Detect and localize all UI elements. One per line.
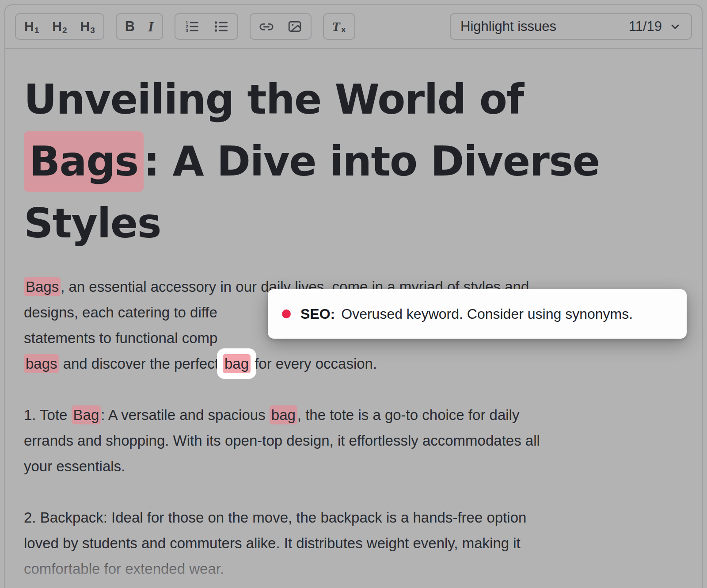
link-icon — [259, 19, 274, 34]
italic-button[interactable]: I — [141, 14, 160, 39]
text-segment: loved by students and commuters alike. I… — [24, 535, 521, 551]
clear-formatting-button[interactable]: Tx — [326, 14, 353, 39]
bullet-list-icon — [213, 19, 229, 34]
text-segment: Styles — [24, 200, 161, 247]
editor-frame: H1 H2 H3 B I 1 2 — [4, 4, 703, 588]
h3-sub-label: 3 — [90, 26, 95, 35]
text-segment: errands and shopping. With its open-top … — [24, 432, 540, 449]
tooltip-message: Overused keyword. Consider using synonym… — [341, 306, 633, 322]
text-segment: 2. Backpack: Ideal for those on the move… — [24, 509, 526, 526]
active-keyword-highlight[interactable]: bag — [223, 354, 251, 374]
ordered-list-icon: 1 2 3 — [184, 19, 200, 34]
text-segment: designs, each catering to diffe — [24, 304, 217, 321]
clear-formatting-sub-label: x — [341, 25, 346, 34]
text-segment: : A versatile and spacious — [101, 407, 270, 423]
text-segment: and discover the perfect — [59, 355, 223, 372]
text-segment: Unveiling the World of — [24, 76, 524, 123]
keyword-highlight[interactable]: Bags — [24, 131, 144, 191]
text-segment: your essentials. — [24, 458, 125, 474]
text-line: Bags: A Dive into Diverse — [24, 131, 683, 193]
svg-text:3: 3 — [185, 28, 188, 33]
text-line: errands and shopping. With its open-top … — [24, 428, 683, 454]
document-title[interactable]: Unveiling the World ofBags: A Dive into … — [24, 69, 683, 255]
h3-button[interactable]: H3 — [74, 14, 102, 39]
link-button[interactable] — [252, 14, 281, 39]
highlight-issues-dropdown[interactable]: Highlight issues 11/19 — [450, 13, 692, 40]
text-segment: 1. Tote — [24, 407, 72, 423]
highlight-issues-label: Highlight issues — [460, 19, 556, 34]
keyword-highlight[interactable]: Bag — [72, 405, 101, 425]
chevron-down-icon — [669, 20, 681, 33]
h1-sub-label: 1 — [34, 26, 39, 35]
text-segment: statements to functional comp — [24, 330, 217, 346]
h2-label: H — [52, 19, 62, 34]
text-segment: : A Dive into Diverse — [144, 138, 600, 185]
text-segment: for every occasion. — [251, 355, 377, 372]
keyword-highlight[interactable]: bag — [270, 405, 297, 425]
clear-formatting-group: Tx — [323, 13, 355, 40]
seo-issue-tooltip: SEO: Overused keyword. Consider using sy… — [268, 289, 687, 339]
text-line: comfortable for extended wear. — [24, 556, 683, 582]
text-line: 1. Tote Bag: A versatile and spacious ba… — [24, 402, 683, 428]
keyword-highlight[interactable]: bags — [24, 354, 59, 374]
italic-label: I — [148, 19, 153, 35]
h2-sub-label: 2 — [62, 26, 67, 35]
image-icon — [287, 19, 302, 34]
list-item-1[interactable]: 1. Tote Bag: A versatile and spacious ba… — [24, 402, 683, 479]
editor-toolbar: H1 H2 H3 B I 1 2 — [5, 5, 702, 49]
h1-button[interactable]: H1 — [18, 14, 46, 39]
text-line: 2. Backpack: Ideal for those on the move… — [24, 505, 683, 531]
image-button[interactable] — [281, 14, 309, 39]
text-segment: , the tote is a go-to choice for daily — [297, 407, 520, 423]
ordered-list-button[interactable]: 1 2 3 — [177, 14, 206, 39]
bullet-list-button[interactable] — [206, 14, 236, 39]
text-segment: comfortable for extended wear. — [24, 561, 224, 577]
text-style-buttons-group: B I — [116, 13, 163, 40]
bold-button[interactable]: B — [118, 14, 141, 39]
text-line: Unveiling the World of — [24, 69, 683, 131]
list-item-2[interactable]: 2. Backpack: Ideal for those on the move… — [24, 505, 683, 582]
h3-label: H — [80, 19, 90, 34]
issue-dot-icon — [282, 309, 291, 318]
editor-content[interactable]: Unveiling the World ofBags: A Dive into … — [5, 49, 702, 588]
list-buttons-group: 1 2 3 — [175, 13, 238, 40]
text-line: bags and discover the perfect bag for ev… — [24, 351, 683, 377]
text-line: loved by students and commuters alike. I… — [24, 531, 683, 556]
bold-label: B — [125, 19, 135, 34]
heading-buttons-group: H1 H2 H3 — [15, 13, 104, 40]
text-line: Styles — [24, 193, 683, 255]
h2-button[interactable]: H2 — [46, 14, 73, 39]
h1-label: H — [24, 19, 34, 34]
tooltip-category-label: SEO: — [300, 306, 335, 322]
issues-count-badge: 11/19 — [629, 19, 662, 34]
keyword-highlight[interactable]: Bags — [24, 277, 61, 297]
insert-buttons-group — [250, 13, 312, 40]
text-line: your essentials. — [24, 454, 683, 479]
clear-formatting-icon: T — [332, 19, 340, 34]
